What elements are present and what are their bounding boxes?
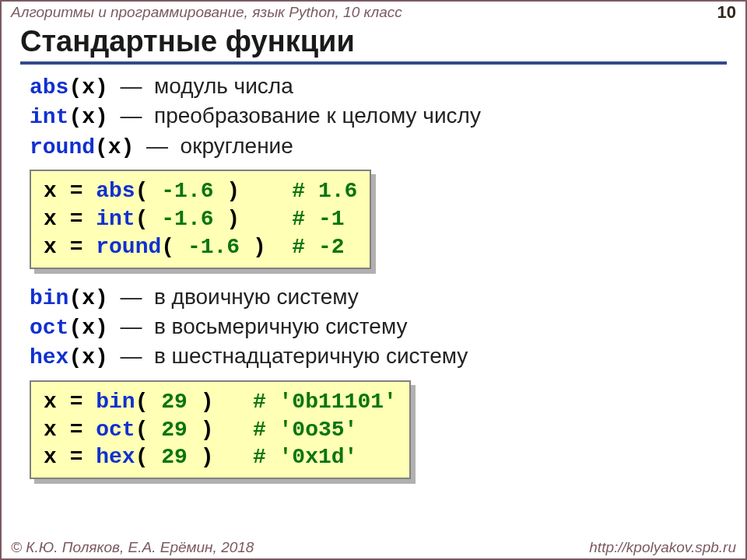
fn-name: int bbox=[30, 105, 68, 129]
code-block-2: x = bin( 29 ) # '0b11101' x = oct( 29 ) … bbox=[30, 380, 411, 479]
fn-name: round bbox=[30, 135, 95, 159]
slide-title: Стандартные функции bbox=[20, 25, 727, 65]
fn-name: bin bbox=[30, 286, 68, 310]
def-oct: oct(x) — в восьмеричную систему bbox=[30, 313, 727, 342]
code-line: x = hex( 29 ) # '0x1d' bbox=[44, 443, 397, 471]
code-line: x = int( -1.6 ) # -1 bbox=[44, 205, 357, 233]
footer-bar: © К.Ю. Поляков, Е.А. Ерёмин, 2018 http:/… bbox=[2, 538, 745, 558]
footer-left: © К.Ю. Поляков, Е.А. Ерёмин, 2018 bbox=[11, 539, 254, 556]
dash: — bbox=[120, 285, 142, 309]
code-line: x = abs( -1.6 ) # 1.6 bbox=[44, 177, 357, 205]
definitions-1: abs(x) — модуль числа int(x) — преобразо… bbox=[30, 72, 727, 162]
code-line: x = oct( 29 ) # '0o35' bbox=[44, 416, 397, 444]
dash: — bbox=[120, 344, 142, 368]
def-hex: hex(x) — в шестнадцатеричную систему bbox=[30, 342, 727, 372]
code-line: x = bin( 29 ) # '0b11101' bbox=[44, 388, 397, 416]
fn-name: abs bbox=[30, 75, 68, 100]
fn-arg: (x) bbox=[68, 286, 107, 310]
header-bar: Алгоритмы и программирование, язык Pytho… bbox=[2, 2, 745, 22]
desc: в шестнадцатеричную систему bbox=[154, 344, 468, 368]
footer-right: http://kpolyakov.spb.ru bbox=[589, 539, 736, 556]
dash: — bbox=[120, 314, 142, 338]
fn-arg: (x) bbox=[95, 135, 134, 159]
code-line: x = round( -1.6 ) # -2 bbox=[44, 233, 357, 261]
def-round: round(x) — округление bbox=[30, 132, 727, 162]
fn-arg: (x) bbox=[68, 316, 107, 340]
fn-arg: (x) bbox=[68, 75, 107, 100]
dash: — bbox=[120, 74, 142, 98]
code-block-1: x = abs( -1.6 ) # 1.6 x = int( -1.6 ) # … bbox=[30, 170, 371, 268]
def-int: int(x) — преобразование к целому числу bbox=[30, 102, 727, 131]
desc: модуль числа bbox=[154, 74, 293, 98]
desc: в двоичную систему bbox=[154, 285, 359, 309]
slide-body: Стандартные функции abs(x) — модуль числ… bbox=[20, 25, 727, 537]
page-number: 10 bbox=[717, 2, 736, 23]
dash: — bbox=[146, 134, 168, 158]
definitions-2: bin(x) — в двоичную систему oct(x) — в в… bbox=[30, 283, 727, 373]
fn-arg: (x) bbox=[68, 105, 107, 129]
header-left: Алгоритмы и программирование, язык Pytho… bbox=[11, 4, 402, 21]
fn-arg: (x) bbox=[68, 345, 107, 369]
desc: округление bbox=[181, 134, 293, 158]
def-bin: bin(x) — в двоичную систему bbox=[30, 283, 727, 313]
desc: в восьмеричную систему bbox=[154, 314, 408, 338]
fn-name: oct bbox=[30, 316, 68, 340]
dash: — bbox=[120, 103, 142, 128]
desc: преобразование к целому числу bbox=[154, 103, 481, 128]
fn-name: hex bbox=[30, 345, 68, 369]
def-abs: abs(x) — модуль числа bbox=[30, 72, 727, 102]
